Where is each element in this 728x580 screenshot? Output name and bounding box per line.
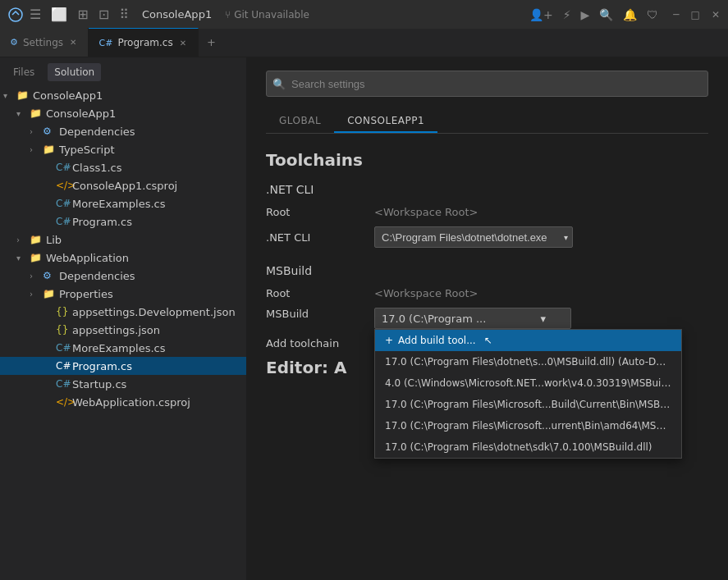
msbuild-option-5[interactable]: 17.0 (C:\Program Files\dotnet\sdk\7.0.10… xyxy=(375,436,681,458)
svg-point-0 xyxy=(9,8,22,21)
settings-container: 🔍 GLOBAL CONSOLEAPP1 Toolchains .NET CLI… xyxy=(246,57,728,580)
tree-item-consoleapp1[interactable]: ▾ 📁 ConsoleApp1 xyxy=(0,104,246,122)
security-icon[interactable]: 🛡 xyxy=(647,8,658,21)
tree-item-appsettings-dev[interactable]: {} appsettings.Development.json xyxy=(0,303,246,321)
sidebar-solution-label: Solution xyxy=(54,66,94,78)
msbuild-option-4[interactable]: 17.0 (C:\Program Files\Microsoft...urren… xyxy=(375,415,681,436)
title-bar-actions: 👤+ ⚡ ▶ 🔍 🔔 🛡 xyxy=(529,8,658,21)
lightning-icon[interactable]: ⚡ xyxy=(563,8,571,21)
tab-program[interactable]: C# Program.cs ✕ xyxy=(89,28,199,57)
sidebar-tab-files[interactable]: Files xyxy=(7,63,41,81)
cs-file-icon: C# xyxy=(56,216,69,227)
tree-item-dependencies1[interactable]: › ⚙ Dependencies xyxy=(0,122,246,140)
notification-icon[interactable]: 🔔 xyxy=(623,8,637,21)
tree-label: Dependencies xyxy=(59,270,135,282)
grid-icon[interactable]: ⠿ xyxy=(119,7,129,22)
tree-item-properties[interactable]: › 📁 Properties xyxy=(0,285,246,303)
add-toolchain-label: Add toolchain xyxy=(266,337,364,349)
msbuild-option-2[interactable]: 4.0 (C:\Windows\Microsoft.NET...work\v4.… xyxy=(375,372,681,394)
content-area: 🔍 GLOBAL CONSOLEAPP1 Toolchains .NET CLI… xyxy=(246,57,728,580)
title-bar: ☰ ⬜ ⊞ ⊡ ⠿ ConsoleApp1 ⑂ Git Unavailable … xyxy=(0,0,728,29)
folder-icon: 📁 xyxy=(30,234,43,245)
add-profile-icon[interactable]: 👤+ xyxy=(529,8,553,21)
title-bar-controls: ☰ ⬜ ⊞ ⊡ ⠿ xyxy=(30,7,129,22)
settings-tab-icon: ⚙ xyxy=(10,37,18,48)
tree-item-startup[interactable]: C# Startup.cs xyxy=(0,375,246,393)
tree-item-program1[interactable]: C# Program.cs xyxy=(0,212,246,231)
layout-icon[interactable]: ⊞ xyxy=(77,7,88,22)
sidebar-toggle-icon[interactable]: ⬜ xyxy=(51,7,67,22)
option-label: 17.0 (C:\Program Files\Microsoft...Build… xyxy=(385,399,681,410)
menu-icon[interactable]: ☰ xyxy=(30,7,41,22)
tab-bar: ⚙ Settings ✕ C# Program.cs ✕ + xyxy=(0,29,728,57)
tree-item-consoleapp1-root[interactable]: ▾ 📁 ConsoleApp1 xyxy=(0,86,246,104)
tree-label: TypeScript xyxy=(59,144,115,156)
msbuild-row: MSBuild 17.0 (C:\Program ... ▾ + Add bui… xyxy=(266,308,708,329)
dotnet-cli-select[interactable]: C:\Program Files\dotnet\dotnet.exe xyxy=(374,226,573,248)
tree-item-dependencies2[interactable]: › ⚙ Dependencies xyxy=(0,267,246,285)
cs-file-icon: C# xyxy=(56,162,69,173)
msbuild-option-3[interactable]: 17.0 (C:\Program Files\Microsoft...Build… xyxy=(375,394,681,415)
tree-item-webapplication-csproj[interactable]: </> WebApplication.csproj xyxy=(0,393,246,411)
chevron-down-icon: ▾ xyxy=(540,313,546,325)
git-status-label: Git Unavailable xyxy=(234,9,309,21)
cs-file-icon: C# xyxy=(56,378,69,390)
minimize-button[interactable]: ─ xyxy=(673,9,679,21)
msbuild-current-value[interactable]: 17.0 (C:\Program ... ▾ xyxy=(374,308,571,329)
layout2-icon[interactable]: ⊡ xyxy=(98,7,109,22)
settings-tab-label: Settings xyxy=(23,37,63,48)
git-icon: ⑂ xyxy=(225,9,231,21)
tree-item-class1[interactable]: C# Class1.cs xyxy=(0,158,246,176)
dotnet-cli-root-label: Root xyxy=(266,206,364,218)
dependencies-icon: ⚙ xyxy=(43,270,56,281)
tree-item-appsettings[interactable]: {} appsettings.json xyxy=(0,321,246,339)
add-build-tool-option[interactable]: + Add build tool... ↖ xyxy=(375,330,681,351)
dependencies-icon: ⚙ xyxy=(43,126,56,137)
search-icon: 🔍 xyxy=(272,78,286,90)
search-icon[interactable]: 🔍 xyxy=(599,8,613,21)
dotnet-cli-label: .NET CLI xyxy=(266,231,364,244)
add-icon: + xyxy=(385,335,393,346)
dotnet-cli-section: .NET CLI Root <Workspace Root> .NET CLI … xyxy=(266,183,708,248)
tree-item-lib[interactable]: › 📁 Lib xyxy=(0,231,246,249)
settings-tab-close[interactable]: ✕ xyxy=(68,36,78,48)
folder-icon: 📁 xyxy=(43,288,56,299)
tree-item-program2[interactable]: C# Program.cs xyxy=(0,357,246,375)
tree-label: Program.cs xyxy=(72,360,132,372)
program-tab-close[interactable]: ✕ xyxy=(178,37,188,49)
tab-global-label: GLOBAL xyxy=(279,115,321,126)
tree-label: WebApplication xyxy=(46,252,129,264)
tab-consoleapp1[interactable]: CONSOLEAPP1 xyxy=(334,110,437,133)
close-button[interactable]: ✕ xyxy=(712,9,720,21)
chevron-right-icon: › xyxy=(30,127,39,136)
chevron-down-icon: ▾ xyxy=(16,253,26,263)
tab-settings[interactable]: ⚙ Settings ✕ xyxy=(0,28,89,57)
tab-consoleapp1-label: CONSOLEAPP1 xyxy=(347,115,424,126)
sidebar-tab-solution[interactable]: Solution xyxy=(48,63,101,81)
msbuild-title: MSBuild xyxy=(266,264,708,277)
app-logo xyxy=(8,7,23,22)
cs-file-icon: C# xyxy=(56,360,69,372)
msbuild-dropdown-wrapper: 17.0 (C:\Program ... ▾ + Add build tool.… xyxy=(374,308,571,329)
new-tab-button[interactable]: + xyxy=(199,28,224,57)
tab-global[interactable]: GLOBAL xyxy=(266,110,334,133)
tree-item-typescript[interactable]: › 📁 TypeScript xyxy=(0,140,246,158)
add-tool-label: Add build tool... xyxy=(398,335,476,346)
tree-item-moreexamples1[interactable]: C# MoreExamples.cs xyxy=(0,194,246,212)
tree-label: appsettings.json xyxy=(72,324,160,336)
chevron-right-icon: › xyxy=(30,272,39,281)
tree-item-csproj1[interactable]: </> ConsoleApp1.csproj xyxy=(0,176,246,194)
tree-label: Startup.cs xyxy=(72,378,126,390)
dotnet-cli-title: .NET CLI xyxy=(266,183,708,196)
run-icon[interactable]: ▶ xyxy=(581,8,590,21)
tree-label: MoreExamples.cs xyxy=(72,198,165,210)
tree-item-moreexamples2[interactable]: C# MoreExamples.cs xyxy=(0,339,246,357)
cs-file-icon: C# xyxy=(56,342,69,354)
msbuild-option-1[interactable]: 17.0 (C:\Program Files\dotnet\s...0\MSBu… xyxy=(375,351,681,372)
git-status: ⑂ Git Unavailable xyxy=(225,9,309,21)
search-input[interactable] xyxy=(266,71,708,97)
tree-item-webapplication[interactable]: ▾ 📁 WebApplication xyxy=(0,249,246,267)
option-label: 17.0 (C:\Program Files\dotnet\sdk\7.0.10… xyxy=(385,441,652,453)
sidebar-header: Files Solution xyxy=(0,57,246,86)
maximize-button[interactable]: □ xyxy=(691,9,700,21)
